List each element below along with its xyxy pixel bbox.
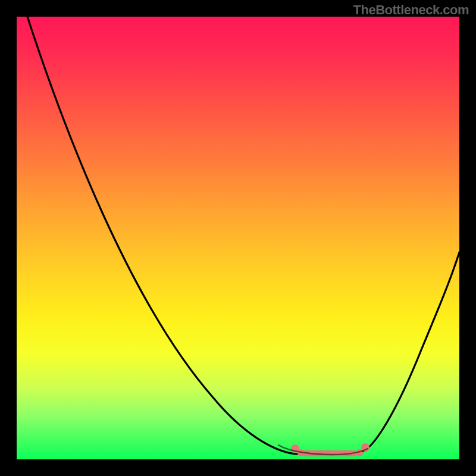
watermark-text: TheBottleneck.com	[353, 2, 469, 18]
plot-area	[17, 17, 459, 459]
curve-overlay	[17, 17, 459, 459]
chart-container: TheBottleneck.com	[0, 0, 476, 476]
bottleneck-curve	[27, 17, 459, 454]
